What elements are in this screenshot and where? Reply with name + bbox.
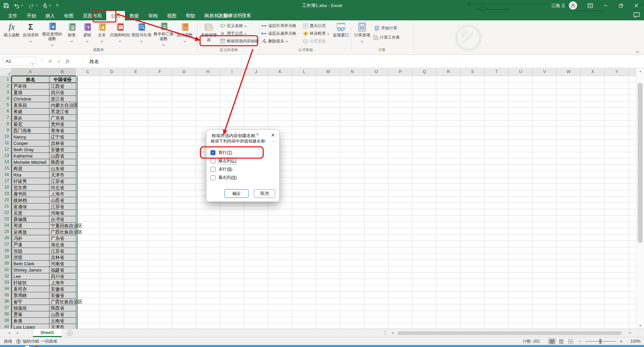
- cell-A34[interactable]: 袁司亦: [12, 286, 49, 292]
- option-leftmost-column[interactable]: 最左列(L): [210, 157, 276, 165]
- ribbon-button-error-checking[interactable]: !错误检查: [303, 30, 330, 37]
- row-header-7[interactable]: 7: [0, 114, 12, 121]
- ribbon-button-define-name[interactable]: 定义名称: [220, 22, 247, 29]
- cell-A28[interactable]: 张熄: [12, 248, 49, 254]
- restore-button[interactable]: [613, 0, 629, 11]
- cell-B25[interactable]: 广西壮族自治区: [49, 229, 76, 235]
- column-header-O[interactable]: O: [364, 68, 388, 76]
- cell-A35[interactable]: 章周峡: [12, 292, 49, 299]
- cell-B36[interactable]: 广西壮族自治区: [49, 299, 76, 305]
- cell-A36[interactable]: 崔守: [12, 299, 49, 305]
- cell-A7[interactable]: 康从: [12, 115, 49, 121]
- cell-A31[interactable]: Shirley James: [12, 267, 49, 273]
- row-header-29[interactable]: 29: [0, 254, 12, 260]
- normal-view-icon[interactable]: [548, 338, 556, 345]
- row-header-36[interactable]: 36: [0, 298, 12, 305]
- cell-A26[interactable]: 冯朴: [12, 235, 49, 242]
- cell-B6[interactable]: 黑龙江省: [49, 108, 76, 115]
- cell-B16[interactable]: 天津市: [49, 172, 76, 178]
- cell-A2[interactable]: 严坏传: [12, 83, 49, 89]
- row-header-9[interactable]: 9: [0, 127, 12, 133]
- ribbon-button-calculate-sheet[interactable]: 计算工作表: [373, 34, 400, 41]
- checkbox-last-row[interactable]: [210, 167, 215, 172]
- cell-B8[interactable]: 贵州省: [49, 121, 76, 127]
- tab-公式[interactable]: 公式: [106, 11, 125, 20]
- cell-A13[interactable]: Katherine: [12, 153, 49, 159]
- checkbox-first-row[interactable]: ✓: [210, 150, 215, 155]
- cell-B15[interactable]: 山东省: [49, 165, 76, 172]
- row-header-5[interactable]: 5: [0, 102, 12, 108]
- cell-A32[interactable]: Lee: [12, 273, 49, 280]
- option-last-row[interactable]: 末行(B): [210, 165, 276, 174]
- row-header-26[interactable]: 26: [0, 235, 12, 241]
- cell-B38[interactable]: 山西省: [49, 311, 76, 318]
- cell-B32[interactable]: 四川省: [49, 273, 76, 280]
- ribbon-button-use-in-formula[interactable]: fx用于公式: [220, 30, 247, 37]
- comments-icon[interactable]: [633, 12, 640, 19]
- ribbon-button-text[interactable]: A文本: [95, 21, 109, 47]
- cell-B1[interactable]: 中国省份: [49, 76, 76, 83]
- cell-B4[interactable]: 浙江省: [49, 96, 76, 102]
- cell-A27[interactable]: 严遣: [12, 242, 49, 248]
- next-sheet-icon[interactable]: ►: [16, 329, 19, 337]
- column-header-P[interactable]: P: [388, 68, 413, 76]
- cell-A33[interactable]: 轩辕饮: [12, 280, 49, 286]
- collapse-ribbon-icon[interactable]: [636, 48, 639, 54]
- zoom-percentage[interactable]: 100%: [627, 339, 641, 344]
- prev-sheet-icon[interactable]: ◄: [7, 329, 11, 337]
- scroll-down-icon[interactable]: ▼: [636, 324, 644, 327]
- row-header-40[interactable]: 40: [0, 324, 12, 329]
- minimize-button[interactable]: [598, 0, 613, 11]
- cell-A6[interactable]: 蒋姥: [12, 108, 49, 115]
- ribbon-button-evaluate-formula[interactable]: fx公式求值: [303, 37, 326, 45]
- ribbon-button-logical[interactable]: ?逻辑: [80, 21, 94, 47]
- zoom-slider-thumb[interactable]: [599, 339, 602, 344]
- tab-开始[interactable]: 开始: [22, 11, 41, 20]
- cell-A15[interactable]: 阎居: [12, 165, 49, 172]
- ribbon-button-create-from-selection[interactable]: 根据所选内容创建: [220, 37, 259, 45]
- cell-A18[interactable]: 贺京席: [12, 185, 49, 191]
- cell-B12[interactable]: 安徽省: [49, 146, 76, 153]
- cell-B31[interactable]: 福建省: [49, 267, 76, 273]
- row-header-4[interactable]: 4: [0, 95, 12, 102]
- row-header-1[interactable]: 1: [0, 76, 12, 83]
- column-header-X[interactable]: X: [581, 68, 605, 76]
- tell-me-search[interactable]: 操作说明搜索: [216, 12, 251, 20]
- enter-icon[interactable]: ✓: [57, 58, 61, 64]
- scroll-left-icon[interactable]: ◄: [391, 331, 394, 335]
- row-header-35[interactable]: 35: [0, 292, 12, 298]
- column-header-V[interactable]: V: [533, 68, 557, 76]
- row-header-15[interactable]: 15: [0, 165, 12, 171]
- cell-A21[interactable]: 谢邀绿: [12, 204, 49, 210]
- cell-A17[interactable]: 轩辕男: [12, 178, 49, 185]
- cell-B13[interactable]: 山西省: [49, 153, 76, 159]
- cell-B19[interactable]: 上海市: [49, 191, 76, 197]
- cell-A8[interactable]: 翟尼: [12, 121, 49, 127]
- ribbon-button-show-formulas[interactable]: 显示公式: [303, 22, 326, 29]
- cell-B29[interactable]: 吉林省: [49, 254, 76, 261]
- cell-A20[interactable]: 姚林档: [12, 197, 49, 204]
- avatar[interactable]: [569, 1, 577, 10]
- row-header-10[interactable]: 10: [0, 133, 12, 140]
- ribbon-display-options-icon[interactable]: [583, 0, 598, 11]
- cell-B20[interactable]: 山西省: [49, 197, 76, 204]
- row-header-33[interactable]: 33: [0, 279, 12, 286]
- cell-A29[interactable]: 洪慌: [12, 254, 49, 261]
- column-header-A[interactable]: A: [12, 68, 49, 76]
- ribbon-button-watch-window[interactable]: 监视窗口: [332, 21, 350, 47]
- column-header-F[interactable]: F: [148, 68, 172, 76]
- cell-B5[interactable]: 内蒙古自治区: [49, 102, 76, 108]
- column-header-J[interactable]: J: [244, 68, 268, 76]
- cell-B21[interactable]: 江苏省: [49, 204, 76, 210]
- row-header-23[interactable]: 23: [0, 216, 12, 222]
- column-header-C[interactable]: C: [76, 68, 100, 76]
- ribbon-button-more-functions[interactable]: …其他函数: [176, 21, 194, 47]
- dialog-close-icon[interactable]: ✕: [270, 132, 276, 138]
- cell-A22[interactable]: 吴渡: [12, 210, 49, 216]
- cell-A40[interactable]: Lois Lopez: [12, 324, 49, 329]
- cell-B30[interactable]: 河南省: [49, 261, 76, 267]
- tab-数据[interactable]: 数据: [125, 11, 144, 20]
- cell-A23[interactable]: 聂编饿: [12, 216, 49, 223]
- cell-B35[interactable]: 安徽省: [49, 292, 76, 299]
- name-box-dropdown-icon[interactable]: [31, 61, 34, 66]
